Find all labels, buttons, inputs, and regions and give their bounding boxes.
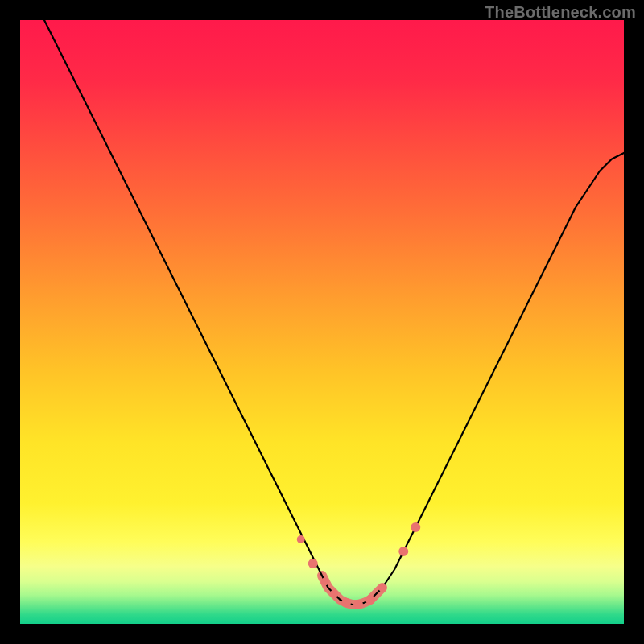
curve-marker (353, 600, 363, 609)
curve-marker (321, 578, 329, 586)
curve-marker (341, 598, 351, 608)
bottleneck-curve (20, 20, 624, 624)
curve-marker (365, 595, 375, 605)
curve-marker (330, 590, 338, 598)
curve-marker (411, 522, 420, 532)
watermark-text: TheBottleneck.com (485, 3, 636, 22)
plot-area (20, 20, 624, 624)
curve-marker (297, 535, 305, 543)
chart-root: TheBottleneck.com (0, 0, 644, 644)
curve-marker (398, 547, 408, 556)
curve-marker (308, 559, 318, 568)
curve-marker (378, 584, 386, 592)
